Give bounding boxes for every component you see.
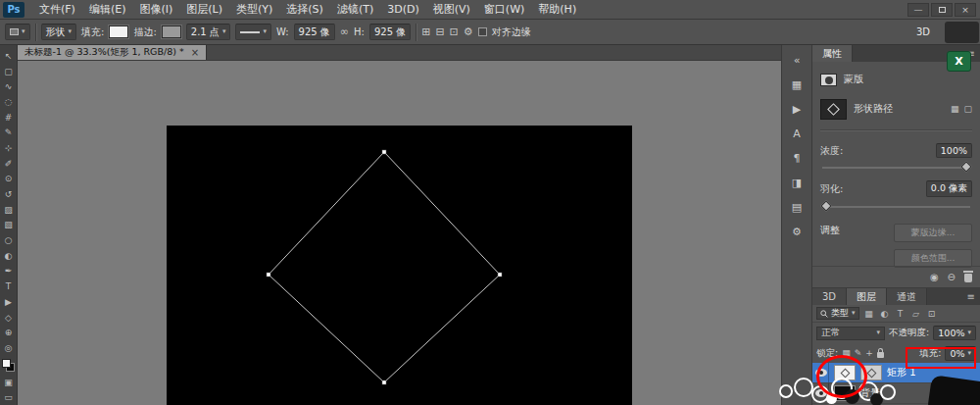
document-tab[interactable]: 未标题-1 @ 33.3%(矩形 1, RGB/8) * × xyxy=(18,45,207,60)
filter-type-layers-icon[interactable]: T xyxy=(895,309,906,319)
delete-mask-icon[interactable] xyxy=(964,274,972,282)
feather-slider[interactable] xyxy=(822,206,970,208)
tab-properties[interactable]: 属性 xyxy=(812,45,853,62)
tool-presets-panel-icon[interactable]: ⚙ xyxy=(785,221,808,242)
crop-tool[interactable]: # xyxy=(0,110,18,126)
move-tool[interactable]: ↖ xyxy=(0,48,18,64)
menu-layer[interactable]: 图层(L) xyxy=(179,0,229,20)
menu-file[interactable]: 文件(F) xyxy=(32,0,82,20)
tool-mode-select[interactable]: 形状 ▾ xyxy=(41,24,77,40)
collapse-panels-icon[interactable]: « xyxy=(785,49,808,71)
tab-layers[interactable]: 图层 xyxy=(847,288,887,305)
panel-menu-icon[interactable]: ≡ xyxy=(962,288,980,305)
width-field[interactable]: 925 像 xyxy=(294,24,335,40)
anchor-point[interactable] xyxy=(267,273,270,277)
link-dimensions-icon[interactable]: ∞ xyxy=(340,25,349,38)
quick-select-tool[interactable]: ◌ xyxy=(0,94,18,110)
marquee-tool[interactable]: ▢ xyxy=(0,64,18,79)
stroke-style-select[interactable]: ▾ xyxy=(235,24,271,40)
density-field[interactable]: 100% xyxy=(936,143,972,158)
character-panel-icon[interactable]: A xyxy=(785,123,808,144)
hand-tool[interactable]: ⊕ xyxy=(0,325,18,340)
height-field[interactable]: 925 像 xyxy=(369,24,411,40)
clone-stamp-tool[interactable]: ⊙ xyxy=(0,172,18,187)
menu-edit[interactable]: 编辑(E) xyxy=(82,0,133,20)
tool-preset-picker[interactable]: ▾ xyxy=(5,24,30,40)
actions-panel-icon[interactable]: ▶ xyxy=(785,98,808,120)
dodge-tool[interactable]: ◐ xyxy=(0,248,18,264)
menu-view[interactable]: 视图(V) xyxy=(426,0,477,20)
foreground-color-swatch[interactable] xyxy=(2,359,11,368)
gradient-tool[interactable]: ▧ xyxy=(0,218,18,233)
blend-mode-select[interactable]: 正常 ▾ xyxy=(816,327,885,340)
menu-select[interactable]: 选择(S) xyxy=(279,0,330,20)
filter-smart-objects-icon[interactable]: ⊡ xyxy=(926,309,938,319)
shape-path[interactable] xyxy=(269,152,500,382)
anchor-point[interactable] xyxy=(382,380,386,384)
add-pixel-mask-icon[interactable]: ▦ xyxy=(951,104,959,114)
menu-filter[interactable]: 滤镜(T) xyxy=(330,0,380,20)
zoom-tool[interactable]: ◎ xyxy=(0,340,18,356)
excel-file-icon[interactable]: X xyxy=(947,51,971,72)
canvas[interactable] xyxy=(167,126,632,405)
blur-tool[interactable]: ○ xyxy=(0,232,18,248)
density-slider-knob[interactable] xyxy=(960,161,971,172)
fill-swatch[interactable] xyxy=(109,25,128,38)
layer-comps-panel-icon[interactable]: ▤ xyxy=(785,196,808,218)
gear-icon[interactable]: ⚙ xyxy=(464,25,473,38)
path-operations-icon[interactable]: ⊞ xyxy=(421,25,430,38)
paragraph-panel-icon[interactable]: ¶ xyxy=(785,147,808,169)
invert-mask-icon[interactable]: ⊖ xyxy=(948,272,956,282)
density-slider[interactable] xyxy=(822,167,970,169)
healing-brush-tool[interactable]: ⊹ xyxy=(0,140,18,156)
feather-slider-knob[interactable] xyxy=(820,200,831,211)
color-swatches[interactable] xyxy=(2,359,15,372)
path-select-tool[interactable]: ▶ xyxy=(0,294,18,310)
filter-adjustment-layers-icon[interactable]: ◐ xyxy=(879,309,891,319)
history-brush-tool[interactable]: ↺ xyxy=(0,186,18,202)
menu-3d[interactable]: 3D(D) xyxy=(380,0,426,20)
close-button[interactable]: × xyxy=(955,3,976,17)
menu-window[interactable]: 窗口(W) xyxy=(477,0,531,20)
eyedropper-tool[interactable]: ✎ xyxy=(0,125,18,140)
mask-visibility-icon[interactable]: ◉ xyxy=(930,272,939,282)
swatches-panel-icon[interactable]: ▦ xyxy=(785,74,808,95)
filter-pixel-layers-icon[interactable]: ▦ xyxy=(863,309,875,319)
stroke-width-field[interactable]: 2.1 点 ▾ xyxy=(186,24,231,40)
separator xyxy=(35,24,36,41)
menu-type[interactable]: 类型(Y) xyxy=(229,0,279,20)
restore-button[interactable] xyxy=(931,3,953,17)
screen-mode-icon[interactable]: ▭ xyxy=(0,389,18,405)
opacity-field[interactable]: 100% ▾ xyxy=(933,326,976,340)
filter-shape-layers-icon[interactable]: ▱ xyxy=(910,309,922,319)
stroke-swatch[interactable] xyxy=(162,25,181,38)
path-alignment-icon[interactable]: ⊟ xyxy=(435,25,444,38)
tab-close-icon[interactable]: × xyxy=(191,47,199,58)
type-tool[interactable]: T xyxy=(0,278,18,294)
properties-footer: ◉ ⊖ xyxy=(812,266,980,287)
lock-pixels-icon[interactable]: ✎ xyxy=(855,348,862,358)
lasso-tool[interactable]: ∿ xyxy=(0,78,18,94)
align-edges-checkbox[interactable] xyxy=(478,27,487,36)
tab-channels[interactable]: 通道 xyxy=(887,288,927,305)
lock-position-icon[interactable]: + xyxy=(865,348,873,358)
tab-3d[interactable]: 3D xyxy=(812,288,847,305)
path-arrangement-icon[interactable]: ⊡ xyxy=(450,25,459,38)
feather-field[interactable]: 0.0 像素 xyxy=(926,180,972,197)
brush-tool[interactable]: ✐ xyxy=(0,156,18,172)
eraser-tool[interactable]: ▨ xyxy=(0,202,18,218)
anchor-point[interactable] xyxy=(382,150,386,154)
quick-mask-icon[interactable]: ▣ xyxy=(0,375,18,390)
menu-help[interactable]: 帮助(H) xyxy=(531,0,583,20)
mask-edge-button[interactable]: 蒙版边缘... xyxy=(894,224,972,242)
workspace-switcher[interactable]: 3D xyxy=(916,26,930,37)
minimize-button[interactable]: — xyxy=(907,3,929,17)
shape-tool[interactable]: ◇ xyxy=(0,310,18,326)
add-vector-mask-icon[interactable]: ▢ xyxy=(963,104,972,114)
layer-filter-select[interactable]: 类型 ▾ xyxy=(816,307,859,320)
anchor-point[interactable] xyxy=(498,273,502,277)
adjustments-panel-icon[interactable]: ◨ xyxy=(785,172,808,193)
menu-image[interactable]: 图像(I) xyxy=(132,0,179,20)
lock-all-icon[interactable] xyxy=(877,352,884,358)
pen-tool[interactable]: ✒ xyxy=(0,264,18,279)
